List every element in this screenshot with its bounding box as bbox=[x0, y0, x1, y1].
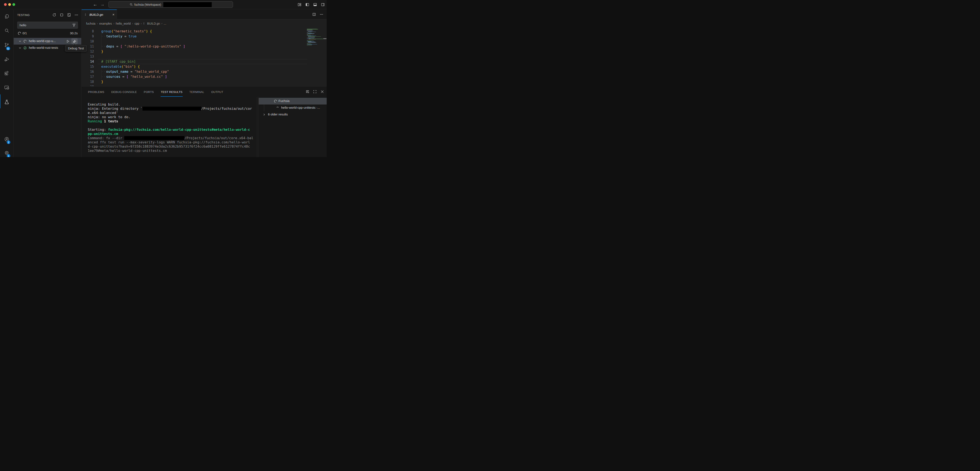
output-line: 1ee79#meta/hello-world-cpp-unittests.cm bbox=[88, 149, 258, 153]
breadcrumb-separator: › bbox=[113, 22, 114, 25]
code-line: 12} bbox=[82, 49, 327, 54]
toggle-panel-icon[interactable] bbox=[313, 3, 317, 6]
refresh-tests-icon[interactable] bbox=[52, 13, 56, 17]
tab-build-gn[interactable]: BUILD.gn × bbox=[82, 10, 117, 19]
result-label: Fuchsia bbox=[278, 99, 326, 103]
search-icon bbox=[130, 3, 133, 6]
chevron-right-icon bbox=[262, 113, 266, 116]
breadcrumb-item[interactable]: BUILD.gn bbox=[147, 22, 160, 25]
bottom-panel: PROBLEMSDEBUG CONSOLEPORTSTEST RESULTSTE… bbox=[82, 86, 327, 157]
explorer-icon[interactable] bbox=[4, 14, 10, 19]
breadcrumb-separator: › bbox=[141, 22, 142, 25]
result-tree-row[interactable]: hello-world-cpp-unittests ·... bbox=[259, 105, 327, 111]
run-test-icon[interactable] bbox=[66, 40, 70, 43]
breadcrumb-separator: › bbox=[161, 22, 162, 25]
code-line: 11··deps = [ ":hello-world-cpp-unittests… bbox=[82, 44, 327, 49]
test-label: hello-world-cpp-u... bbox=[29, 39, 56, 43]
activity-bar: 11 2 1 bbox=[0, 10, 13, 157]
breadcrumb: fuchsia›examples›hello_world›cpp›BUILD.g… bbox=[82, 19, 327, 27]
code-line: 16··output_name = "hello_world_cpp" bbox=[82, 69, 327, 74]
test-passed-icon bbox=[23, 46, 27, 50]
customize-layout-icon[interactable] bbox=[298, 3, 301, 6]
test-filter-box bbox=[17, 22, 78, 29]
test-filter-input[interactable] bbox=[18, 23, 72, 27]
redacted-text bbox=[143, 106, 201, 111]
active-view-indicator bbox=[0, 94, 0, 108]
close-window-button[interactable] bbox=[4, 3, 7, 6]
back-arrow-icon[interactable]: ← bbox=[93, 2, 97, 7]
toggle-secondary-sidebar-icon[interactable] bbox=[321, 3, 325, 6]
run-and-debug-icon[interactable] bbox=[4, 57, 10, 62]
output-line: d-cpp-unittests?hash=97358c1883974e3da2c… bbox=[88, 144, 258, 149]
editor-scrollbar[interactable] bbox=[323, 27, 327, 86]
debug-test-icon[interactable] bbox=[72, 38, 78, 44]
workspace-name: fuchsia (Workspace) bbox=[134, 3, 161, 6]
clear-output-icon[interactable] bbox=[305, 90, 309, 94]
code-line: 10 bbox=[82, 39, 327, 44]
breadcrumb-separator: › bbox=[132, 22, 133, 25]
spinner-icon bbox=[274, 100, 277, 103]
maximize-panel-icon[interactable] bbox=[313, 90, 317, 94]
test-results-output[interactable]: Executing build.ninja: Entering director… bbox=[82, 97, 258, 157]
testing-icon[interactable] bbox=[4, 99, 10, 105]
stop-tests-icon[interactable] bbox=[60, 13, 64, 17]
code-line: 13 bbox=[82, 54, 327, 59]
minimap[interactable] bbox=[307, 29, 323, 45]
result-label: 6 older results bbox=[268, 113, 326, 116]
output-line: pp-unittests.cm bbox=[88, 132, 258, 136]
output-line: Executing build. bbox=[88, 102, 258, 106]
remote-explorer-icon[interactable] bbox=[4, 85, 10, 90]
toggle-primary-sidebar-icon[interactable] bbox=[305, 3, 309, 6]
minimize-window-button[interactable] bbox=[8, 3, 11, 6]
filter-icon[interactable] bbox=[72, 23, 76, 27]
testing-sidebar: TESTING 0/1 30.2s hello-world-cpp-u... bbox=[14, 10, 81, 157]
scrollbar-cursor-marker bbox=[323, 38, 326, 39]
running-spinner-icon bbox=[18, 32, 21, 35]
settings-badge: 1 bbox=[7, 154, 10, 157]
vscode-window: ← → fuchsia (Workspace) bbox=[0, 0, 327, 157]
more-actions-icon[interactable] bbox=[75, 13, 78, 17]
breadcrumb-item[interactable]: fuchsia bbox=[86, 22, 95, 25]
code-line: 18} bbox=[82, 79, 327, 84]
zoom-window-button[interactable] bbox=[13, 3, 15, 6]
chevron-down-icon[interactable] bbox=[18, 46, 22, 50]
panel-tab-problems[interactable]: PROBLEMS bbox=[88, 87, 104, 97]
result-tree-row[interactable]: Fuchsia bbox=[259, 98, 327, 105]
editor-more-actions-icon[interactable] bbox=[320, 13, 323, 16]
test-elapsed-time: 30.2s bbox=[70, 31, 78, 35]
result-tree-row[interactable]: 6 older results bbox=[259, 111, 327, 118]
tab-label: BUILD.gn bbox=[89, 13, 103, 16]
breadcrumb-item[interactable]: hello_world bbox=[116, 22, 131, 25]
traffic-lights bbox=[4, 3, 15, 6]
command-center-search[interactable]: fuchsia (Workspace) bbox=[108, 1, 233, 8]
panel-tab-terminal[interactable]: TERMINAL bbox=[189, 87, 205, 97]
test-row-cpp-unittests[interactable]: hello-world-cpp-u... bbox=[14, 38, 81, 44]
editor-group: BUILD.gn × fuchsia›examples›hello_world›… bbox=[82, 10, 327, 157]
breadcrumb-item[interactable]: examples bbox=[99, 22, 112, 25]
panel-tab-ports[interactable]: PORTS bbox=[143, 87, 154, 97]
code-line: 17··sources = [ "hello_world.cc" ] bbox=[82, 74, 327, 79]
code-editor[interactable]: 8group("hermetic_tests") {9··testonly = … bbox=[82, 27, 327, 86]
panel-tab-debug-console[interactable]: DEBUG CONSOLE bbox=[111, 87, 137, 97]
chevron-down-icon[interactable] bbox=[18, 40, 22, 43]
test-progress-row: 0/1 30.2s bbox=[14, 31, 81, 36]
breadcrumb-item[interactable]: ... bbox=[164, 22, 166, 25]
panel-tab-test-results[interactable]: TEST RESULTS bbox=[161, 87, 183, 97]
forward-arrow-icon[interactable]: → bbox=[100, 2, 105, 7]
breadcrumb-item[interactable]: cpp bbox=[135, 22, 139, 25]
search-view-icon[interactable] bbox=[4, 28, 10, 33]
panel-tab-output[interactable]: OUTPUT bbox=[211, 87, 223, 97]
close-tab-icon[interactable]: × bbox=[112, 13, 115, 16]
test-running-spinner-icon bbox=[23, 40, 27, 43]
output-line: anced ffx test run --max-severity-logs W… bbox=[88, 140, 258, 144]
close-panel-icon[interactable] bbox=[320, 90, 324, 94]
output-line: ninja: no work to do. bbox=[88, 115, 258, 119]
code-line: 14# [START cpp_bin] bbox=[82, 59, 327, 64]
split-editor-icon[interactable] bbox=[312, 13, 316, 16]
output-line: Command: fx --dir /Projects/fuchsia/out/… bbox=[88, 136, 258, 140]
extensions-icon[interactable] bbox=[4, 71, 10, 76]
output-line: ninja: Entering directory `/Projects/fuc… bbox=[88, 106, 258, 111]
panel-tab-bar: PROBLEMSDEBUG CONSOLEPORTSTEST RESULTSTE… bbox=[82, 86, 327, 97]
test-progress-count: 0/1 bbox=[22, 31, 27, 35]
test-output-terminal-icon[interactable] bbox=[67, 13, 71, 17]
